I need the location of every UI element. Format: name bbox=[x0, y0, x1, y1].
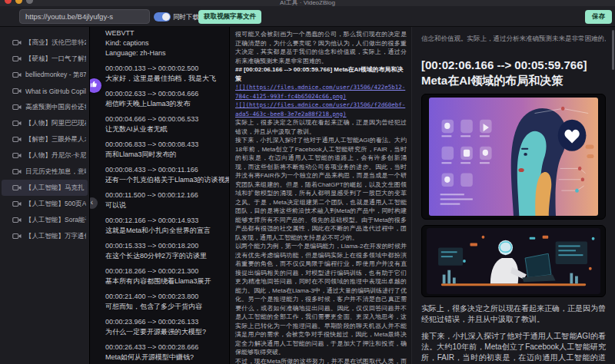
vtt-header: WEBVTT Kind: captions Language: zh-Hans bbox=[105, 28, 223, 58]
sidebar-item-label: 【人物】丹尼尔·卡尼曼 ... bbox=[25, 151, 86, 160]
sidebar-item-label: 【人物】阿里巴巴现在... bbox=[25, 119, 86, 128]
markdown-preview[interactable]: 信念和价值观。实际上，通过分析来准确预测未来是非常困难的。 [00:02:06.… bbox=[411, 27, 615, 364]
transcript-cue[interactable]: 00:00:08.433 --> 00:00:11.166 还有一个扎克伯格关于… bbox=[105, 165, 223, 185]
sidebar-item-label: 日元历史性加息，意味... bbox=[25, 167, 86, 177]
sidebar-video-item[interactable]: What is GitHub Copilot... bbox=[0, 83, 89, 99]
editor-segment[interactable]: 以两个能力为例，第一个是编码能力，Llama-2在开发的时候并没有优先考虑编码功… bbox=[235, 242, 407, 357]
sidebar-video-item[interactable]: 【商业】沃伦巴菲特20... bbox=[0, 35, 89, 51]
app-window: AI工具 · VideoZBlog 同时下载视频 获取视频字幕文件 保存 【商业… bbox=[0, 0, 615, 364]
editor-segment[interactable]: ## [00:02:06.166 --> 00:05:59.766] Meta在… bbox=[235, 65, 407, 83]
sidebar-item-label: 【解密】三眼外星人木... bbox=[25, 135, 86, 144]
video-camera-icon bbox=[12, 88, 22, 94]
sidebar-video-item[interactable]: 【人工智能】Sora能否... bbox=[0, 212, 89, 228]
transcript-cue[interactable]: 00:00:15.333 --> 00:00:18.200 在这个长达80分钟2… bbox=[105, 241, 223, 261]
toolbar: 同时下载视频 获取视频字幕文件 保存 bbox=[0, 6, 615, 27]
transcript-cue[interactable]: 00:00:21.400 --> 00:00:23.800 可想而知，包含了多少… bbox=[105, 292, 223, 312]
floating-action-button[interactable] bbox=[89, 78, 101, 93]
transcript-cue[interactable]: 00:00:23.966 --> 00:00:26.133 为什么一定要开源最强… bbox=[105, 317, 223, 337]
video-camera-icon bbox=[12, 152, 22, 159]
editor-segment[interactable]: ![](https://files.mdnice.com/user/31506/… bbox=[235, 101, 407, 118]
sidebar-video-item[interactable]: 【人工智能】马克扎克... bbox=[2, 180, 88, 196]
cue-timestamp: 00:00:06.833 --> 00:00:08.433 bbox=[105, 140, 223, 150]
cue-timestamp: 00:00:04.666 --> 00:00:06.533 bbox=[105, 114, 223, 124]
video-camera-icon bbox=[12, 136, 22, 143]
cue-text: 还有一个扎克伯格关于Llama3的访谈视频 bbox=[105, 175, 223, 185]
markdown-editor[interactable]: 很可能又会被刻画为一个愚蠢的公司，那么我们现在的决定是正确清楚的，为什么要卖呢？… bbox=[229, 27, 411, 364]
sidebar-item-label: 高盛预测中国房价还将... bbox=[25, 103, 86, 112]
like-icon bbox=[90, 80, 98, 91]
collapse-panel-button[interactable]: ‹ bbox=[89, 197, 98, 209]
sidebar-item-label: belliedmonkey - 第87... bbox=[25, 71, 86, 80]
video-camera-icon bbox=[12, 120, 22, 127]
cue-timestamp: 00:00:23.966 --> 00:00:26.133 bbox=[105, 317, 223, 327]
save-button[interactable]: 保存 bbox=[585, 10, 612, 24]
vtt-kind-line: Kind: captions bbox=[105, 38, 223, 48]
transcript-cue[interactable]: 00:00:11.500 --> 00:00:12.166 可以说 bbox=[105, 190, 223, 210]
sidebar-video-item[interactable]: belliedmonkey - 第87... bbox=[0, 67, 89, 83]
editor-segment[interactable]: 实际上，很多决定之所以现在看起来正确，正是因为曾经犯过错误，并且从中汲取了教训。 bbox=[235, 118, 407, 136]
titlebar: AI工具 · VideoZBlog bbox=[0, 0, 615, 6]
cue-text: Meta如何从开源模型中赚钱? bbox=[105, 352, 223, 362]
sidebar-video-item[interactable]: 日元历史性加息，意味... bbox=[0, 164, 89, 180]
cue-text: 可以说 bbox=[105, 200, 223, 210]
transcript-cue[interactable]: 00:00:18.266 --> 00:00:21.300 基本所有内容都围绕着… bbox=[105, 266, 223, 286]
editor-segment[interactable]: 接下来，小扎深入探讨了他对于通用人工智能AGI的看法。大约18年前，Meta创立… bbox=[235, 136, 407, 242]
window-title: AI工具 · VideoZBlog bbox=[0, 0, 615, 6]
cue-text: 大家好，这里是最佳拍档，我是大飞 bbox=[105, 74, 223, 84]
main-content: 【商业】沃伦巴菲特20... 【硬核】一口气了解黄... belliedmonk… bbox=[0, 27, 615, 364]
cue-timestamp: 00:00:12.166 --> 00:00:14.933 bbox=[105, 216, 223, 226]
preview-paragraph-1: 实际上，很多决定之所以现在看起来正确，正是因为曾经犯过错误，并且从中汲取了教训。 bbox=[421, 303, 606, 325]
cyborg-laptop-illustration bbox=[427, 228, 600, 294]
transcript-cue[interactable]: 00:00:12.166 --> 00:00:14.933 这就是Meta和小扎… bbox=[105, 216, 223, 236]
video-list-sidebar: 【商业】沃伦巴菲特20... 【硬核】一口气了解黄... belliedmonk… bbox=[0, 27, 89, 364]
sidebar-item-label: 【人工智能】500页AI能... bbox=[25, 200, 86, 209]
editor-segment[interactable]: 不过，现在Meta所做的这些努力，并不是在试图取代人类，而是希望通过这些工具，赋… bbox=[235, 357, 407, 364]
preview-image-1 bbox=[421, 94, 606, 220]
preview-scrollbar[interactable] bbox=[612, 30, 614, 70]
cue-text: 让无数AI从业者无眠 bbox=[105, 124, 223, 134]
video-camera-icon bbox=[12, 71, 22, 78]
video-camera-icon bbox=[12, 217, 22, 223]
preview-intro-text: 信念和价值观。实际上，通过分析来准确预测未来是非常困难的。 bbox=[421, 35, 606, 44]
video-camera-icon bbox=[12, 200, 22, 207]
cue-text: 基本所有内容都围绕着Llama3展开 bbox=[105, 276, 223, 286]
preview-section-heading: [00:02:06.166 --> 00:05:59.766] Meta在AI领… bbox=[421, 58, 606, 88]
sidebar-item-label: 【人工智能】Sora能否... bbox=[25, 216, 86, 225]
sidebar-video-item[interactable]: 【硬核】一口气了解黄... bbox=[0, 51, 89, 67]
sidebar-video-item[interactable]: 【解密】三眼外星人木... bbox=[0, 131, 89, 147]
transcript-cue[interactable]: 00:00:04.666 --> 00:00:06.533 让无数AI从业者无眠 bbox=[105, 114, 223, 134]
sidebar-item-label: 【人工智能】万字通俗... bbox=[25, 232, 86, 241]
video-camera-icon bbox=[12, 104, 22, 111]
sidebar-item-label: What is GitHub Copilot... bbox=[25, 88, 86, 95]
cue-timestamp: 00:00:00.133 --> 00:00:02.500 bbox=[105, 64, 223, 74]
transcript-cue[interactable]: 00:00:02.633 --> 00:00:04.666 相信昨天晚上Llam… bbox=[105, 89, 223, 109]
video-camera-icon bbox=[12, 184, 22, 191]
video-camera-icon bbox=[12, 55, 22, 62]
transcript-panel[interactable]: WEBVTT Kind: captions Language: zh-Hans … bbox=[89, 27, 229, 364]
transcript-cue[interactable]: 00:00:06.833 --> 00:00:08.433 而和Llama3同时… bbox=[105, 140, 223, 160]
cue-timestamp: 00:00:26.433 --> 00:00:28.666 bbox=[105, 342, 223, 352]
fetch-subtitles-button[interactable]: 获取视频字幕文件 bbox=[198, 10, 261, 24]
vtt-format-line: WEBVTT bbox=[105, 28, 223, 38]
sidebar-video-item[interactable]: 【人工智能】万字通俗... bbox=[0, 228, 89, 244]
cue-text: 相信昨天晚上Llama3的发布 bbox=[105, 99, 223, 109]
cue-timestamp: 00:00:21.400 --> 00:00:23.800 bbox=[105, 292, 223, 302]
transcript-cue[interactable]: 00:00:00.133 --> 00:00:02.500 大家好，这里是最佳拍… bbox=[105, 64, 223, 84]
editor-segment[interactable]: 很可能又会被刻画为一个愚蠢的公司，那么我们现在的决定是正确清楚的，为什么要卖呢？… bbox=[235, 30, 407, 65]
editor-segment[interactable]: ![](https://files.mdnice.com/user/31506/… bbox=[235, 83, 407, 101]
download-video-toggle[interactable] bbox=[154, 12, 171, 22]
sidebar-item-label: 【商业】沃伦巴菲特20... bbox=[25, 38, 86, 48]
vtt-language-line: Language: zh-Hans bbox=[105, 48, 223, 58]
sidebar-video-item[interactable]: 【人工智能】500页AI能... bbox=[0, 196, 89, 212]
sidebar-item-label: 【人工智能】马克扎克... bbox=[25, 184, 85, 193]
cue-timestamp: 00:00:08.433 --> 00:00:11.166 bbox=[105, 165, 223, 175]
video-camera-icon bbox=[12, 233, 22, 240]
video-url-input[interactable] bbox=[19, 9, 150, 24]
sidebar-video-item[interactable]: 【人物】丹尼尔·卡尼曼 ... bbox=[0, 147, 89, 164]
cue-text: 在这个长达80分钟2万字的访谈里 bbox=[105, 251, 223, 261]
sidebar-video-item[interactable]: 高盛预测中国房价还将... bbox=[0, 99, 89, 115]
chevron-left-icon: ‹ bbox=[91, 198, 93, 207]
cue-timestamp: 00:00:02.633 --> 00:00:04.666 bbox=[105, 89, 223, 99]
transcript-cue[interactable]: 00:00:26.433 --> 00:00:28.666 Meta如何从开源模… bbox=[105, 342, 223, 362]
sidebar-video-item[interactable]: 【人物】阿里巴巴现在... bbox=[0, 115, 89, 131]
